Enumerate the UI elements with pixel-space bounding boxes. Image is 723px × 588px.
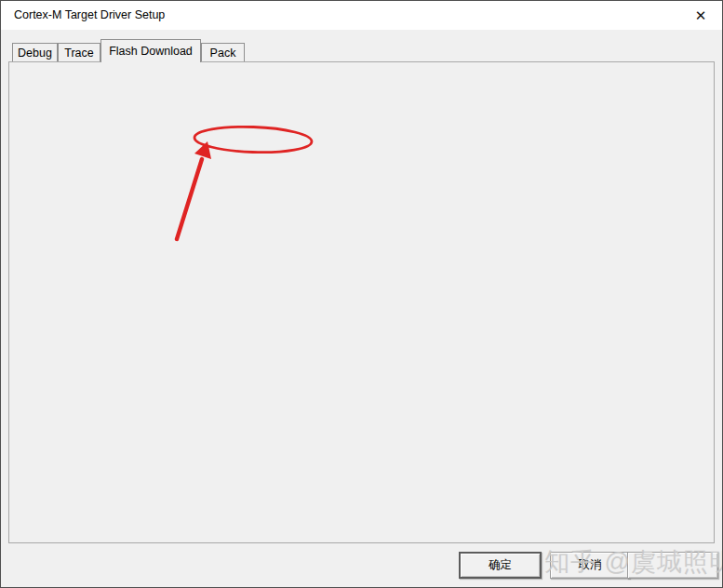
tab-trace-label: Trace [64, 47, 94, 60]
title-bar: Cortex-M Target Driver Setup ✕ [1, 1, 722, 30]
flash-download-tab-page [8, 61, 715, 543]
tab-flash-download[interactable]: Flash Download [100, 39, 201, 62]
tab-trace[interactable]: Trace [58, 43, 100, 61]
close-icon[interactable]: ✕ [679, 1, 722, 30]
tab-pack-label: Pack [210, 47, 236, 60]
tab-debug-label: Debug [18, 47, 52, 60]
cancel-button[interactable]: 取消 [550, 552, 630, 579]
obscured-button[interactable] [627, 552, 718, 579]
tab-debug[interactable]: Debug [12, 43, 58, 61]
cortex-m-target-driver-setup-dialog: Cortex-M Target Driver Setup ✕ Debug Tra… [0, 0, 723, 588]
tab-pack[interactable]: Pack [201, 43, 245, 61]
tab-flash-download-label: Flash Download [109, 45, 193, 58]
window-title: Cortex-M Target Driver Setup [14, 8, 165, 21]
ok-button[interactable]: 确定 [459, 552, 542, 579]
